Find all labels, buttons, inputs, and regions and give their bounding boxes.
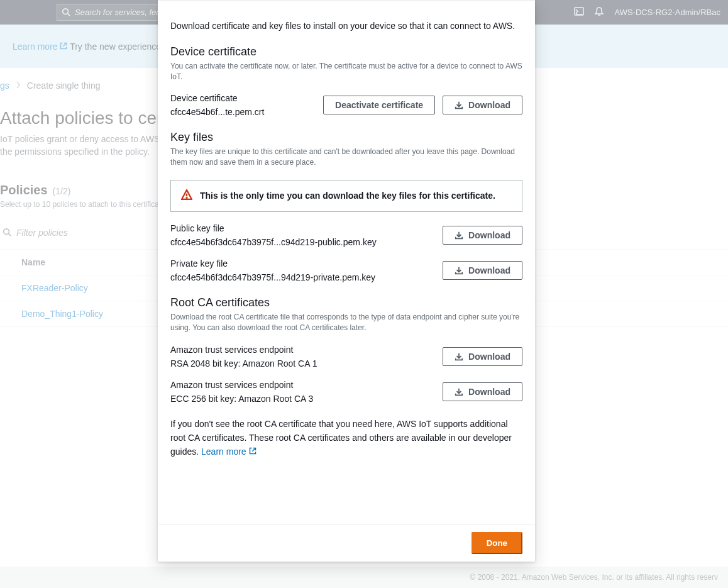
private-key-file: cfcc4e54b6f3dc647b3975f...94d219-private… — [170, 272, 435, 282]
modal-body: Download certificate and key files to in… — [158, 0, 535, 524]
rootca-note: If you don't see the root CA certificate… — [170, 418, 522, 458]
device-cert-label: Device certificate — [170, 93, 316, 103]
public-key-file: cfcc4e54b6f3dc647b3975f...c94d219-public… — [170, 237, 435, 247]
download-ats-ecc-button[interactable]: Download — [443, 382, 522, 401]
device-cert-heading: Device certificate — [170, 45, 522, 58]
device-cert-row: Device certificate cfcc4e54b6f...te.pem.… — [170, 93, 522, 117]
keyfiles-sub: The key files are unique to this certifi… — [170, 147, 522, 169]
device-cert-sub: You can activate the certificate now, or… — [170, 61, 522, 83]
warning-icon — [181, 189, 192, 202]
download-icon — [455, 101, 463, 109]
ats-rsa-label: Amazon trust services endpoint — [170, 345, 435, 355]
keyfiles-heading: Key files — [170, 131, 522, 144]
download-cert-button[interactable]: Download — [443, 96, 522, 114]
modal-intro: Download certificate and key files to in… — [170, 19, 522, 33]
download-public-key-button[interactable]: Download — [443, 226, 522, 245]
learn-more-link[interactable]: Learn more — [201, 447, 256, 457]
public-key-row: Public key file cfcc4e54b6f3dc647b3975f.… — [170, 223, 522, 247]
external-link-icon — [249, 447, 256, 455]
private-key-row: Private key file cfcc4e54b6f3dc647b3975f… — [170, 258, 522, 282]
download-private-key-button[interactable]: Download — [443, 261, 522, 280]
private-key-label: Private key file — [170, 258, 435, 269]
keyfiles-alert: This is the only time you can download t… — [170, 180, 522, 212]
download-icon — [455, 266, 463, 275]
rootca-sub: Download the root CA certificate file th… — [170, 312, 522, 334]
rootca-heading: Root CA certificates — [170, 296, 522, 309]
alert-text: This is the only time you can download t… — [200, 191, 495, 201]
public-key-label: Public key file — [170, 223, 435, 233]
download-icon — [455, 352, 463, 361]
download-icon — [455, 231, 463, 240]
ats-rsa-file: RSA 2048 bit key: Amazon Root CA 1 — [170, 358, 435, 369]
download-icon — [455, 387, 463, 396]
modal-footer: Done — [158, 524, 535, 562]
svg-point-9 — [186, 197, 187, 198]
device-cert-file: cfcc4e54b6f...te.pem.crt — [170, 107, 316, 117]
ats-rsa-row: Amazon trust services endpoint RSA 2048 … — [170, 345, 522, 369]
ats-ecc-file: ECC 256 bit key: Amazon Root CA 3 — [170, 394, 435, 404]
done-button[interactable]: Done — [472, 532, 522, 554]
ats-ecc-label: Amazon trust services endpoint — [170, 380, 435, 390]
deactivate-cert-button[interactable]: Deactivate certificate — [323, 96, 435, 114]
download-cert-modal: Download certificate and key files to in… — [158, 0, 535, 562]
download-ats-rsa-button[interactable]: Download — [443, 347, 522, 366]
svg-line-10 — [252, 448, 255, 451]
ats-ecc-row: Amazon trust services endpoint ECC 256 b… — [170, 380, 522, 404]
